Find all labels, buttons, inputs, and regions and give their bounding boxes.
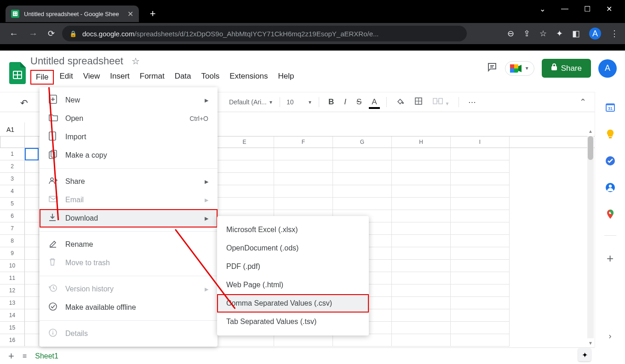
extensions-icon[interactable]: ✦ (556, 28, 563, 39)
submenu-item-pdf[interactable]: PDF (.pdf) (217, 257, 369, 276)
submenu-item-ods[interactable]: OpenDocument (.ods) (217, 239, 369, 257)
menu-item-new[interactable]: New ▶ (40, 91, 218, 109)
contacts-icon[interactable] (605, 182, 616, 193)
meet-button[interactable]: ▼ (505, 61, 534, 76)
fill-color-button[interactable] (393, 95, 407, 109)
kebab-menu-icon[interactable]: ⋮ (610, 28, 619, 39)
row-header[interactable]: 11 (0, 272, 25, 284)
menu-extensions[interactable]: Extensions (225, 70, 272, 85)
row-header[interactable]: 7 (0, 222, 25, 235)
menu-tools[interactable]: Tools (197, 70, 224, 85)
col-header-H[interactable]: H (392, 136, 451, 148)
tasks-icon[interactable] (605, 155, 616, 166)
row-header[interactable]: 6 (0, 210, 25, 222)
forward-button[interactable]: → (26, 27, 40, 41)
add-sheet-button[interactable]: + (8, 350, 14, 362)
sheets-logo-icon[interactable] (8, 61, 27, 85)
doc-title[interactable]: Untitled spreadsheet (30, 55, 123, 67)
row-header[interactable]: 14 (0, 309, 25, 322)
sheet-tab[interactable]: Sheet1 (35, 352, 58, 360)
select-all-corner[interactable] (0, 136, 25, 148)
menu-insert[interactable]: Insert (105, 70, 134, 85)
row-header[interactable]: 1 (0, 148, 25, 160)
menu-data[interactable]: Data (170, 70, 196, 85)
row-header[interactable]: 9 (0, 247, 25, 260)
menu-help[interactable]: Help (273, 70, 298, 85)
menu-edit[interactable]: Edit (55, 70, 77, 85)
add-addon-icon[interactable]: + (605, 251, 616, 262)
font-family-select[interactable]: Default (Ari... ▼ (229, 98, 273, 106)
col-header-E[interactable]: E (215, 136, 274, 148)
col-header-A[interactable] (25, 136, 39, 148)
collapse-toolbar-button[interactable]: ⌃ (579, 97, 586, 107)
star-icon[interactable]: ☆ (132, 56, 140, 67)
scroll-thumb[interactable] (588, 136, 593, 160)
name-box[interactable]: A1 (0, 122, 25, 136)
comments-icon[interactable] (487, 62, 498, 75)
scroll-down-icon[interactable]: ▼ (587, 341, 594, 346)
menu-item-make-available-offline[interactable]: Make available offline (40, 298, 218, 317)
submenu-item-xlsx[interactable]: Microsoft Excel (.xlsx) (217, 221, 369, 239)
hide-sidepanel-icon[interactable]: › (609, 331, 612, 341)
scroll-up-icon[interactable]: ▲ (587, 129, 594, 134)
row-header[interactable]: 5 (0, 198, 25, 210)
menu-file[interactable]: File (30, 70, 54, 85)
menu-item-rename[interactable]: Rename (40, 235, 218, 254)
back-button[interactable]: ← (6, 27, 21, 41)
italic-button[interactable]: I (341, 96, 349, 108)
vertical-scrollbar[interactable]: ▲ ▼ (587, 136, 594, 338)
svg-rect-6 (510, 64, 514, 68)
share-button[interactable]: Share (542, 59, 591, 78)
calendar-icon[interactable]: 31 (605, 102, 616, 113)
all-sheets-button[interactable]: ≡ (23, 352, 27, 360)
menu-item-make-a-copy[interactable]: Make a copy (40, 146, 218, 165)
menu-format[interactable]: Format (135, 70, 169, 85)
reload-button[interactable]: ⟳ (45, 27, 57, 40)
col-header-I[interactable]: I (451, 136, 510, 148)
sidepanel-icon[interactable]: ◧ (572, 28, 580, 39)
row-header[interactable]: 8 (0, 235, 25, 247)
explore-button[interactable]: ✦ (578, 348, 591, 361)
borders-button[interactable] (412, 95, 425, 109)
tab-strip: Untitled spreadsheet - Google Shee ✕ + (0, 5, 625, 23)
tab-close-icon[interactable]: ✕ (127, 10, 133, 18)
browser-tab[interactable]: Untitled spreadsheet - Google Shee ✕ (6, 6, 139, 22)
menu-item-open[interactable]: Open Ctrl+O (40, 109, 218, 128)
keep-icon[interactable] (605, 129, 616, 140)
chevron-right-icon: ▶ (205, 216, 208, 222)
submenu-item-csv[interactable]: Comma Separated Values (.csv) (217, 294, 369, 313)
strikethrough-button[interactable]: S (354, 96, 364, 108)
undo-button[interactable]: ↶ (20, 97, 28, 108)
row-header[interactable]: 4 (0, 185, 25, 198)
font-size-select[interactable]: 10 ▼ (287, 98, 312, 106)
more-toolbar-button[interactable]: ⋯ (465, 96, 479, 109)
menu-item-download[interactable]: Download ▶ (40, 209, 218, 228)
row-header[interactable]: 10 (0, 260, 25, 272)
row-header[interactable]: 3 (0, 173, 25, 185)
new-tab-button[interactable]: + (150, 8, 156, 20)
menu-item-share[interactable]: Share ▶ (40, 172, 218, 191)
account-badge[interactable]: A (598, 59, 617, 78)
url-box[interactable]: 🔒 docs.google.com/spreadsheets/d/12xDpOS… (62, 26, 467, 41)
share-url-icon[interactable]: ⇪ (523, 28, 530, 39)
menu-view[interactable]: View (79, 70, 105, 85)
row-header[interactable]: 15 (0, 322, 25, 334)
zoom-icon[interactable]: ⊖ (507, 28, 514, 39)
col-header-G[interactable]: G (333, 136, 392, 148)
col-header-F[interactable]: F (274, 136, 333, 148)
submenu-item-html[interactable]: Web Page (.html) (217, 276, 369, 294)
text-color-button[interactable]: A (369, 96, 379, 108)
maps-icon[interactable] (605, 209, 616, 220)
submenu-item-tsv[interactable]: Tab Separated Values (.tsv) (217, 313, 369, 331)
bold-button[interactable]: B (326, 96, 337, 108)
row-header[interactable]: 2 (0, 160, 25, 173)
folder-icon (49, 114, 58, 124)
trash-icon (49, 258, 58, 268)
merge-cells-button[interactable]: ▼ (430, 95, 453, 109)
profile-badge[interactable]: A (589, 28, 601, 40)
menu-item-import[interactable]: Import (40, 128, 218, 146)
row-header[interactable]: 16 (0, 334, 25, 347)
row-header[interactable]: 13 (0, 297, 25, 309)
bookmark-icon[interactable]: ☆ (539, 28, 547, 39)
row-header[interactable]: 12 (0, 284, 25, 297)
